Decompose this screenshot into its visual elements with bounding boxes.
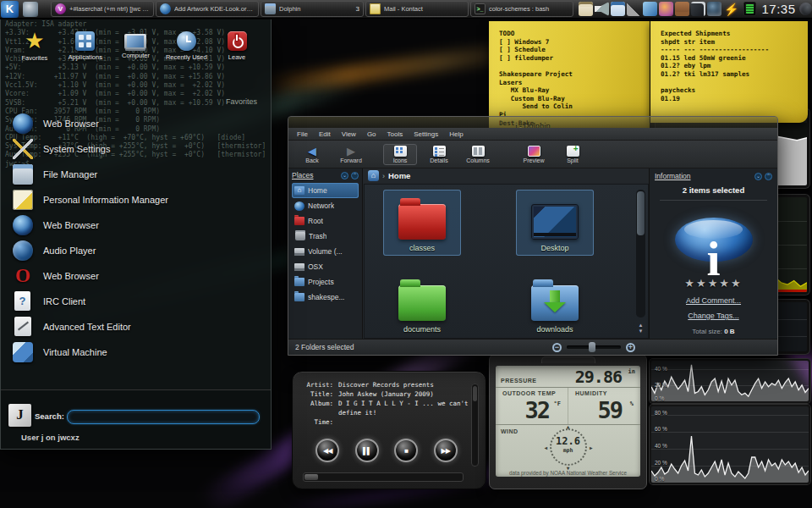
taskbar-item-dolphin[interactable]: Dolphin 3 [261, 1, 364, 17]
sticky-note-todo: TODO [ ] Windows 7 [ ] Schedule [ ] file… [489, 21, 650, 128]
vertical-scrollbar[interactable] [636, 190, 645, 318]
moon-icon[interactable] [799, 3, 812, 15]
browser-globe-icon[interactable] [707, 2, 721, 16]
launcher-item-audio-player[interactable]: Audio Player [13, 238, 258, 263]
selection-status: 2 Folders selected [295, 343, 552, 351]
tab-favorites[interactable]: ★ Favorites [9, 30, 60, 62]
next-button[interactable]: ▶▶ [434, 439, 458, 462]
zoom-out-icon[interactable]: − [552, 343, 562, 352]
wallet-icon[interactable] [675, 2, 689, 16]
panel-clock[interactable]: 17:35 [761, 2, 795, 16]
place-osx[interactable]: OSX [292, 259, 359, 274]
search-input[interactable] [67, 410, 260, 424]
chevron-up-icon[interactable]: ⌃ [765, 173, 772, 180]
user-avatar: J [8, 404, 31, 427]
signal-strength-icon[interactable] [627, 2, 641, 16]
place-trash[interactable]: Trash [292, 229, 359, 244]
place-volume[interactable]: Volume (... [292, 244, 359, 259]
back-button[interactable]: ◀ Back [295, 146, 329, 163]
columns-view-button[interactable]: Columns [461, 146, 495, 163]
notes-icon[interactable] [691, 2, 705, 16]
details-view-button[interactable]: Details [422, 146, 456, 163]
chevron-down-icon[interactable]: ⌄ [341, 172, 348, 179]
clipboard-icon[interactable] [579, 2, 593, 16]
launcher-item-text-editor[interactable]: Advanced Text Editor [13, 314, 258, 340]
chevron-down-icon[interactable]: ⌄ [754, 173, 762, 180]
place-projects[interactable]: Projects [292, 274, 359, 290]
device-notifier-icon[interactable] [23, 2, 38, 17]
stop-button[interactable]: ■ [394, 439, 418, 462]
volume-icon[interactable] [595, 2, 609, 16]
place-shakespeare[interactable]: shakespe... [292, 290, 359, 305]
search-label: Search: [35, 411, 64, 421]
time-row: Time: [301, 417, 472, 427]
kmenu-launcher-button[interactable]: K [1, 1, 19, 18]
preview-button[interactable]: Preview [517, 146, 551, 163]
scrollbar-arrows[interactable]: ▲▼ [636, 323, 645, 334]
pointer-icon[interactable] [643, 2, 657, 16]
menu-settings[interactable]: Settings [414, 130, 438, 138]
place-root[interactable]: Root [292, 213, 359, 229]
tab-recently-used[interactable]: Recently Used [161, 30, 211, 62]
place-network[interactable]: Network [292, 198, 359, 213]
applications-icon [75, 31, 95, 51]
konversation-icon: V [55, 3, 66, 14]
launcher-item-system-settings[interactable]: System Settings [13, 136, 258, 162]
progress-bar[interactable] [303, 472, 464, 482]
calendar-icon[interactable] [611, 2, 625, 16]
file-item-desktop[interactable]: Desktop [516, 190, 594, 256]
taskbar-item-konversation[interactable]: V +#laserchat (+m ntrl) [jwc on pse [51, 1, 154, 17]
taskbar-item-browser[interactable]: Add Artwork KDE-Look.org - C [156, 1, 259, 17]
file-item-downloads[interactable]: downloads [516, 271, 594, 337]
taskbar-item-terminal[interactable]: >_ color-schemes : bash [470, 1, 573, 17]
tab-computer[interactable]: Computer [111, 30, 162, 62]
drive-icon [294, 248, 304, 256]
task-label: Dolphin [279, 5, 353, 13]
tab-applications[interactable]: Applications [60, 30, 111, 62]
volume-slider[interactable] [471, 384, 479, 467]
battery-icon[interactable] [743, 2, 756, 16]
information-panel: Information ⌄ ⌃ 2 items selected ★★★★★ A… [649, 168, 777, 339]
chevron-up-icon[interactable]: ⌃ [351, 172, 359, 179]
split-button[interactable]: Split [556, 146, 590, 163]
launcher-item-pim[interactable]: Personal Information Manager [13, 187, 258, 213]
cpu-monitor-2: 80 % 60 % 40 % 20 % 0 % [650, 405, 810, 484]
breadcrumb-home-icon[interactable]: ⌂ [368, 170, 379, 181]
menu-view[interactable]: View [342, 130, 356, 138]
launcher-item-web-browser[interactable]: Web Browser [13, 111, 258, 136]
menu-file[interactable]: File [297, 130, 308, 138]
task-label: +#laserchat (+m ntrl) [jwc on pse [69, 5, 150, 13]
updates-icon[interactable] [659, 2, 673, 16]
widget-handle[interactable] [541, 356, 595, 363]
network-icon [294, 202, 304, 211]
zoom-in-icon[interactable]: + [626, 343, 635, 352]
launcher-item-opera[interactable]: O Web Browser [13, 263, 258, 289]
zoom-slider[interactable] [567, 345, 621, 349]
add-comment-link[interactable]: Add Comment... [686, 296, 741, 305]
menu-tools[interactable]: Tools [387, 130, 403, 138]
launcher-item-web-browser-2[interactable]: Web Browser [13, 213, 258, 238]
icons-view-button[interactable]: Icons [383, 144, 417, 165]
pause-button[interactable]: ▌▌ [355, 439, 379, 462]
previous-button[interactable]: ◀◀ [315, 439, 339, 462]
forward-button[interactable]: ▶ Forward [334, 146, 368, 163]
sticky-note-shipments: Expected Shipments shpdt str item ----- … [650, 21, 808, 123]
file-item-documents[interactable]: documents [383, 271, 461, 337]
breadcrumb-location[interactable]: Home [388, 171, 410, 180]
launcher-item-virtual-machine[interactable]: Virtual Machine [13, 340, 258, 365]
launcher-item-irc-client[interactable]: ? IRC Client [13, 289, 258, 314]
window-titlebar[interactable]: j - Dolphin [288, 117, 777, 128]
taskbar-item-kontact[interactable]: Mail - Kontact [365, 1, 469, 17]
menu-help[interactable]: Help [449, 130, 463, 138]
menu-edit[interactable]: Edit [319, 130, 331, 138]
menu-go[interactable]: Go [367, 130, 376, 138]
place-home[interactable]: ⌂ Home [292, 183, 359, 198]
tab-leave[interactable]: Leave [211, 30, 262, 62]
weather-attribution: data provided by NOAA National Weather S… [496, 470, 640, 476]
mail-icon [370, 3, 381, 14]
change-tags-link[interactable]: Change Tags... [688, 312, 738, 320]
file-item-classes[interactable]: classes [383, 190, 461, 256]
launcher-item-file-manager[interactable]: File Manager [13, 162, 258, 187]
icons-view-icon [394, 146, 407, 157]
weather-station-widget: PRESSURE 29.86 in OUTDOOR TEMP 32 °F HUM… [489, 354, 647, 489]
